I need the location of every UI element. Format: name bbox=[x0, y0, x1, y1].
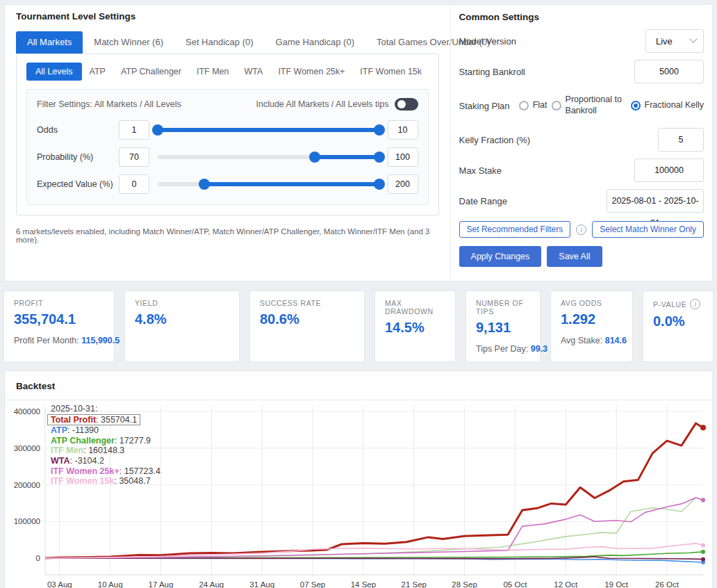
stat-value: 0.0% bbox=[653, 313, 703, 329]
set-recommended-filters-button[interactable]: Set Recommended Filters bbox=[459, 221, 571, 238]
odds-slider-handle-max[interactable] bbox=[374, 124, 385, 136]
date-range-input[interactable]: 2025-08-01 - 2025-10-31 bbox=[607, 189, 704, 213]
starting-bankroll-input[interactable]: 5000 bbox=[634, 60, 704, 83]
backtest-chart: 010000020000030000040000003 Aug10 Aug17 … bbox=[5, 400, 712, 588]
tab-level-itf-women-25k[interactable]: ITF Women 25k+ bbox=[270, 63, 352, 81]
stat-value: 14.5% bbox=[385, 320, 445, 336]
probability-slider[interactable] bbox=[158, 152, 379, 163]
info-icon[interactable]: i bbox=[576, 224, 586, 235]
probability-slider-handle-max[interactable] bbox=[374, 152, 385, 163]
stat-label: YIELD bbox=[135, 299, 229, 307]
model-version-select[interactable]: Live bbox=[645, 29, 704, 53]
tooltip-row-text: ITF Men: 160148.3 bbox=[51, 446, 124, 455]
common-settings-title: Common Settings bbox=[459, 12, 704, 22]
starting-bankroll-label: Starting Bankroll bbox=[459, 67, 525, 77]
backtest-title: Backtest bbox=[5, 371, 712, 400]
tooltip-row-text: WTA: -3104.2 bbox=[51, 456, 104, 466]
save-all-button[interactable]: Save All bbox=[547, 246, 602, 267]
expected-value-min-input[interactable]: 0 bbox=[119, 174, 149, 194]
market-tab-panel: All LevelsATPATP ChallengerITF MenWTAITF… bbox=[16, 54, 439, 215]
expected-value-slider-handle-min[interactable] bbox=[199, 179, 210, 190]
odds-slider-handle-min[interactable] bbox=[152, 124, 163, 136]
axis-tick-label: 10 Aug bbox=[98, 580, 123, 588]
tooltip-row-wta: WTA: -3104.2 bbox=[51, 456, 160, 466]
staking-option-fractional-kelly[interactable]: Fractional Kelly bbox=[631, 100, 704, 111]
kelly-fraction-row: Kelly Fraction (%) 5 bbox=[459, 128, 704, 152]
axis-tick-label: 12 Oct bbox=[554, 580, 578, 588]
chart-tooltip: 2025-10-31:Total Profit: 355704.1ATP: -1… bbox=[51, 404, 160, 487]
slider-fill bbox=[204, 182, 379, 186]
markets-enabled-note: 6 markets/levels enabled, including Matc… bbox=[16, 227, 439, 244]
odds-min-input[interactable]: 1 bbox=[119, 120, 149, 140]
axis-tick-label: 19 Oct bbox=[604, 580, 629, 588]
stat-card-max-drawdown: MAX DRAWDOWN14.5% bbox=[374, 291, 456, 362]
stat-subtext: Tips Per Day: 99.3 bbox=[476, 344, 530, 354]
tab-level-all-levels[interactable]: All Levels bbox=[26, 63, 82, 81]
model-version-value: Live bbox=[656, 36, 673, 47]
tab-level-itf-men[interactable]: ITF Men bbox=[189, 63, 237, 81]
staking-option-flat[interactable]: Flat bbox=[519, 100, 547, 111]
tooltip-series-label: ATP bbox=[51, 425, 67, 435]
apply-changes-button[interactable]: Apply Changes bbox=[459, 246, 542, 267]
series-end-marker-wta bbox=[701, 557, 705, 562]
axis-tick-label: 21 Sep bbox=[402, 580, 427, 588]
stat-sub-label: Tips Per Day: bbox=[476, 344, 531, 354]
expected-value-max-input[interactable]: 200 bbox=[388, 174, 418, 194]
staking-option-proportional[interactable]: Proportional to Bankroll bbox=[552, 95, 627, 116]
probability-label: Probability (%) bbox=[37, 152, 119, 162]
stat-label: MAX DRAWDOWN bbox=[385, 299, 445, 316]
probability-max-input[interactable]: 100 bbox=[388, 147, 418, 167]
odds-slider[interactable] bbox=[158, 124, 379, 136]
info-icon[interactable]: i bbox=[690, 299, 700, 309]
max-stake-input[interactable]: 100000 bbox=[634, 158, 704, 182]
staking-option-label: Fractional Kelly bbox=[645, 100, 704, 111]
select-match-winner-only-button[interactable]: Select Match Winner Only bbox=[592, 221, 704, 238]
series-end-marker-atp-challenger bbox=[701, 550, 705, 554]
axis-tick-label: 14 Sep bbox=[351, 580, 376, 588]
include-tips-toggle[interactable] bbox=[395, 98, 418, 111]
odds-label: Odds bbox=[37, 125, 119, 135]
tooltip-highlight-box: Total Profit: 355704.1 bbox=[47, 414, 140, 426]
tooltip-series-value: : 157723.4 bbox=[120, 466, 160, 476]
stat-value: 4.8% bbox=[135, 311, 229, 327]
expected-value-slider[interactable] bbox=[158, 179, 379, 190]
tab-market-set-handicap-0[interactable]: Set Handicap (0) bbox=[174, 31, 265, 54]
tooltip-row-itf-women-15k: ITF Women 15k: 35048.7 bbox=[51, 476, 160, 487]
toggle-knob-icon bbox=[397, 100, 406, 108]
tooltip-row-total-profit: Total Profit: 355704.1 bbox=[51, 414, 160, 426]
tab-market-match-winner-6[interactable]: Match Winner (6) bbox=[83, 31, 174, 54]
odds-max-input[interactable]: 10 bbox=[388, 120, 418, 140]
expected-value-slider-handle-max[interactable] bbox=[374, 179, 385, 190]
stat-value: 80.6% bbox=[260, 311, 354, 327]
series-end-marker-itf-women-25k bbox=[701, 498, 705, 503]
filter-settings-box: Filter Settings: All Markets / All Level… bbox=[26, 89, 429, 205]
tab-market-game-handicap-0[interactable]: Game Handicap (0) bbox=[265, 31, 365, 54]
max-stake-label: Max Stake bbox=[459, 165, 502, 176]
tooltip-series-label: WTA bbox=[51, 456, 70, 466]
tooltip-row-itf-women-25k: ITF Women 25k+: 157723.4 bbox=[51, 466, 160, 477]
tab-level-atp[interactable]: ATP bbox=[82, 63, 113, 81]
tab-level-atp-challenger[interactable]: ATP Challenger bbox=[113, 63, 189, 81]
tab-level-itf-women-15k[interactable]: ITF Women 15k bbox=[352, 63, 429, 81]
probability-min-input[interactable]: 70 bbox=[119, 147, 149, 167]
axis-tick-label: 24 Aug bbox=[199, 580, 224, 588]
axis-tick-label: 07 Sep bbox=[300, 580, 325, 588]
radio-icon[interactable] bbox=[631, 101, 641, 111]
stat-subtext: Avg Stake: 814.6 bbox=[561, 336, 623, 345]
action-buttons-row: Apply Changes Save All bbox=[459, 246, 704, 267]
radio-icon[interactable] bbox=[552, 101, 561, 111]
probability-slider-handle-min[interactable] bbox=[309, 152, 320, 163]
tab-level-wta[interactable]: WTA bbox=[237, 63, 271, 81]
stat-label-text: YIELD bbox=[135, 299, 158, 307]
axis-tick-label: 31 Aug bbox=[249, 580, 274, 588]
radio-icon[interactable] bbox=[519, 101, 529, 111]
market-tabs: All MarketsMatch Winner (6)Set Handicap … bbox=[16, 31, 439, 54]
axis-tick-label: 28 Sep bbox=[452, 580, 477, 588]
tooltip-series-value: : 17277.9 bbox=[115, 436, 151, 446]
kelly-fraction-input[interactable]: 5 bbox=[658, 128, 704, 152]
stat-label: AVG ODDS bbox=[561, 299, 623, 307]
stat-label-text: AVG ODDS bbox=[561, 299, 602, 307]
tab-market-all-markets[interactable]: All Markets bbox=[16, 31, 83, 54]
settings-panel: Tournament Level Settings All MarketsMat… bbox=[4, 4, 713, 281]
filter-settings-title: Filter Settings: All Markets / All Level… bbox=[37, 99, 181, 109]
